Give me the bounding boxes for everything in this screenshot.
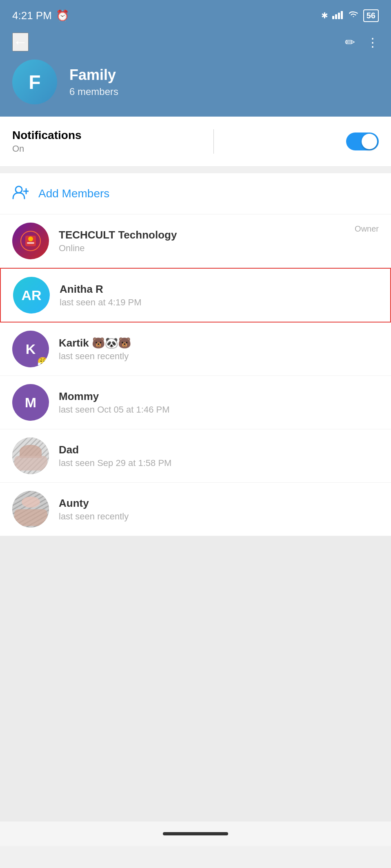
header: ← ✏ ⋮ F Family 6 members <box>0 29 391 117</box>
avatar-dad <box>12 437 49 474</box>
group-info: F Family 6 members <box>12 60 379 104</box>
member-status-mommy: last seen Oct 05 at 1:46 PM <box>59 404 379 415</box>
status-bar: 4:21 PM ⏰ ✱ 56 <box>0 0 391 29</box>
notifications-status: On <box>12 144 82 154</box>
member-name-techcult: TECHCULT Technology <box>59 229 379 241</box>
add-member-icon <box>12 185 29 203</box>
member-row-dad[interactable]: Dad last seen Sep 29 at 1:58 PM <box>0 429 391 483</box>
signal-icon <box>332 10 344 21</box>
member-name-kartik: Kartik 🐻🐼🐻 <box>59 337 379 349</box>
toggle-knob <box>362 134 377 149</box>
notifications-section: Notifications On <box>0 117 391 167</box>
member-info-techcult: TECHCULT Technology Online <box>59 229 379 254</box>
member-info-aunty: Aunty last seen recently <box>59 497 379 522</box>
back-button[interactable]: ← <box>12 33 29 51</box>
svg-rect-3 <box>341 11 343 19</box>
svg-point-9 <box>28 236 33 241</box>
svg-rect-0 <box>332 16 334 19</box>
member-status-kartik: last seen recently <box>59 351 379 362</box>
add-members-label: Add Members <box>38 187 109 200</box>
section-separator <box>0 167 391 173</box>
member-status-anitha: last seen at 4:19 PM <box>60 297 378 308</box>
member-info-dad: Dad last seen Sep 29 at 1:58 PM <box>59 444 379 468</box>
group-details: Family 6 members <box>69 66 118 97</box>
member-info-mommy: Mommy last seen Oct 05 at 1:46 PM <box>59 390 379 415</box>
svg-point-4 <box>16 186 22 193</box>
notifications-title: Notifications <box>12 129 82 142</box>
edit-button[interactable]: ✏ <box>345 35 355 49</box>
avatar-aunty <box>12 491 49 528</box>
member-status-techcult: Online <box>59 243 379 254</box>
members-section: Add Members TECHCULT Technology Online O… <box>0 173 391 536</box>
member-info-kartik: Kartik 🐻🐼🐻 last seen recently <box>59 337 379 362</box>
bottom-nav <box>0 822 391 846</box>
member-info-anitha: Anitha R last seen at 4:19 PM <box>60 283 378 308</box>
svg-rect-1 <box>335 14 337 19</box>
header-top: ← ✏ ⋮ <box>12 33 379 51</box>
member-name-anitha: Anitha R <box>60 283 378 296</box>
avatar-techcult <box>12 223 49 259</box>
owner-badge-techcult: Owner <box>355 224 379 234</box>
member-row-techcult[interactable]: TECHCULT Technology Online Owner <box>0 214 391 268</box>
notifications-toggle-container <box>346 133 379 150</box>
kartik-emoji-badge: 😤 <box>37 358 48 367</box>
member-name-dad: Dad <box>59 444 379 456</box>
header-actions: ✏ ⋮ <box>345 35 379 49</box>
member-row-aunty[interactable]: Aunty last seen recently <box>0 483 391 536</box>
member-status-dad: last seen Sep 29 at 1:58 PM <box>59 458 379 468</box>
member-name-mommy: Mommy <box>59 390 379 403</box>
status-icons: ✱ 56 <box>321 9 379 22</box>
svg-rect-2 <box>338 13 340 19</box>
more-options-button[interactable]: ⋮ <box>367 35 379 49</box>
battery-level: 56 <box>367 11 375 20</box>
group-avatar-letter: F <box>29 71 40 93</box>
avatar-mommy: M <box>12 384 49 421</box>
avatar-anitha: AR <box>13 277 50 314</box>
home-indicator <box>163 832 228 835</box>
avatar-kartik: K 😤 <box>12 331 49 367</box>
member-status-aunty: last seen recently <box>59 511 379 522</box>
member-row-kartik[interactable]: K 😤 Kartik 🐻🐼🐻 last seen recently <box>0 322 391 376</box>
bottom-area <box>0 536 391 822</box>
status-time: 4:21 PM ⏰ <box>12 9 69 22</box>
add-members-row[interactable]: Add Members <box>0 173 391 214</box>
group-avatar: F <box>12 60 57 104</box>
bluetooth-icon: ✱ <box>321 11 328 20</box>
wifi-icon <box>348 10 359 21</box>
battery-display: 56 <box>363 9 379 22</box>
member-row-mommy[interactable]: M Mommy last seen Oct 05 at 1:46 PM <box>0 376 391 429</box>
group-name: Family <box>69 66 118 84</box>
member-name-aunty: Aunty <box>59 497 379 510</box>
time-display: 4:21 PM <box>12 9 52 22</box>
member-row-anitha[interactable]: AR Anitha R last seen at 4:19 PM <box>0 268 391 322</box>
divider <box>213 129 214 154</box>
svg-rect-10 <box>27 242 34 244</box>
alarm-icon: ⏰ <box>56 9 69 22</box>
notifications-text: Notifications On <box>12 129 82 154</box>
group-members-count: 6 members <box>69 86 118 97</box>
notifications-toggle[interactable] <box>346 133 379 150</box>
avatar-dad-stripes <box>12 437 49 474</box>
